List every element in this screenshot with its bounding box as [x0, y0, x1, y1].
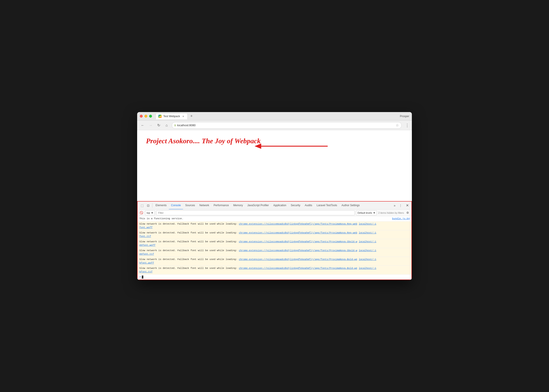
log-link[interactable]: chrome-extension://niloccemoadcdkdjlinkg…	[239, 231, 357, 234]
devtools-menu-button[interactable]: ⋮	[398, 203, 403, 209]
console-filter-input[interactable]	[156, 210, 354, 215]
tab-security[interactable]: Security	[289, 202, 303, 210]
menu-icon[interactable]: ⋮	[405, 123, 409, 128]
log-link[interactable]: chrome-extension://niloccemoadcdkdjlinkg…	[239, 223, 357, 225]
title-bar: W Test Webpack ✕ + Prosper	[137, 112, 412, 120]
devtools-tabs: ⬚ ⊡ Elements Console Sources Network Per…	[138, 202, 411, 210]
log-link[interactable]: localhost/:1	[359, 267, 376, 270]
tab-network[interactable]: Network	[197, 202, 211, 210]
forward-button[interactable]: →	[148, 122, 154, 128]
log-link[interactable]: chrome-extension://niloccemoadcdkdjlinkg…	[239, 240, 357, 243]
close-button[interactable]	[140, 115, 143, 118]
log-link[interactable]: chrome-extension://niloccemoadcdkdjlinkg…	[239, 267, 357, 270]
tab-performance[interactable]: Performance	[211, 202, 231, 210]
hidden-items-text: 2 items hidden by filters	[378, 211, 404, 214]
log-entry: Slow network is detected. Fallback font …	[138, 257, 411, 266]
devtools-close-button[interactable]: ✕	[404, 203, 410, 208]
tab-elements[interactable]: Elements	[153, 202, 169, 210]
log-entry: Slow network is detected. Fallback font …	[138, 222, 411, 230]
chevron-down-icon-level: ▼	[373, 211, 375, 214]
console-settings-button[interactable]: ⚙	[405, 210, 410, 215]
log-link[interactable]: chrome-extension://niloccemoadcdkdjlinkg…	[239, 249, 357, 252]
log-source[interactable]: bundle.js:84	[389, 217, 410, 221]
home-button[interactable]: ⌂	[164, 122, 169, 128]
url-bar[interactable]: ℹ localhost:8080 ☆	[172, 122, 402, 129]
tab-separator	[152, 203, 152, 208]
tab-console[interactable]: Console	[169, 202, 183, 210]
tab-title: Test Webpack	[163, 115, 180, 118]
tab-close-button[interactable]: ✕	[182, 115, 185, 118]
console-log-area: This is a functioning service. bundle.js…	[138, 216, 411, 280]
arrow-annotation	[246, 140, 330, 153]
security-icon: ℹ	[175, 124, 176, 127]
log-entry: Slow network is detected. Fallback font …	[138, 266, 411, 275]
devtools-right-controls: » ⋮ ✕	[392, 203, 410, 209]
tab-laravel[interactable]: Laravel TestTools	[314, 202, 339, 210]
mac-window: W Test Webpack ✕ + Prosper ← → ↻ ⌂ ℹ loc…	[137, 112, 412, 280]
console-input-line[interactable]: >	[138, 275, 411, 280]
log-link-suffix[interactable]: bfont.ttf	[139, 270, 152, 273]
console-context-selector[interactable]: top ▼	[145, 210, 155, 215]
page-content: Project Asokoro.... The Joy of Webpack	[137, 130, 412, 201]
log-text: This is a functioning service.	[139, 217, 389, 221]
log-link[interactable]: localhost/:1	[359, 240, 376, 243]
user-name: Prosper	[400, 115, 409, 118]
log-text: Slow network is detected. Fallback font …	[139, 249, 410, 256]
console-level-selector[interactable]: Default levels ▼	[356, 210, 377, 215]
log-link[interactable]: localhost/:1	[359, 231, 376, 234]
log-link[interactable]: localhost/:1	[359, 223, 376, 225]
log-text: Slow network is detected. Fallback font …	[139, 222, 410, 230]
console-cursor	[142, 275, 143, 279]
tab-audits[interactable]: Audits	[303, 202, 314, 210]
tab-author[interactable]: Author Settings	[339, 202, 362, 210]
log-entry: Slow network is detected. Fallback font …	[138, 248, 411, 257]
log-text: Slow network is detected. Fallback font …	[139, 231, 410, 238]
bookmark-icon[interactable]: ☆	[396, 123, 399, 127]
chevron-down-icon: ▼	[151, 211, 153, 214]
active-tab[interactable]: W Test Webpack ✕	[155, 113, 188, 119]
log-link-suffix[interactable]: ebfont.woff	[139, 244, 155, 246]
log-entry: Slow network is detected. Fallback font …	[138, 230, 411, 239]
arrow-svg	[246, 140, 330, 153]
log-link-suffix[interactable]: bfont.woff	[139, 262, 154, 264]
inspect-element-button[interactable]: ⬚	[139, 203, 145, 209]
back-button[interactable]: ←	[140, 122, 146, 128]
console-clear-button[interactable]: 🚫	[139, 210, 144, 215]
log-link-suffix[interactable]: font.woff	[139, 226, 152, 229]
svg-marker-1	[254, 144, 261, 149]
tab-application[interactable]: Application	[271, 202, 289, 210]
traffic-lights	[140, 115, 152, 118]
devtools-panel: ⬚ ⊡ Elements Console Sources Network Per…	[137, 201, 412, 280]
log-entry: This is a functioning service. bundle.js…	[138, 216, 411, 222]
address-bar: ← → ↻ ⌂ ℹ localhost:8080 ☆ ⋮	[137, 120, 412, 130]
tab-js-profiler[interactable]: JavaScript Profiler	[245, 202, 271, 210]
log-text: Slow network is detected. Fallback font …	[139, 258, 410, 265]
console-context-value: top	[147, 211, 150, 214]
tab-sources[interactable]: Sources	[183, 202, 197, 210]
minimize-button[interactable]	[144, 115, 147, 118]
log-link[interactable]: localhost/:1	[359, 249, 376, 252]
new-tab-button[interactable]: +	[189, 113, 194, 119]
log-entry: Slow network is detected. Fallback font …	[138, 239, 411, 248]
reload-button[interactable]: ↻	[156, 122, 162, 128]
log-text: Slow network is detected. Fallback font …	[139, 240, 410, 247]
log-link[interactable]: localhost/:1	[359, 258, 376, 261]
tab-bar: W Test Webpack ✕ +	[155, 113, 194, 119]
log-text: Slow network is detected. Fallback font …	[139, 266, 410, 274]
console-toolbar: 🚫 top ▼ Default levels ▼ 2 items hidden …	[138, 210, 411, 216]
log-link-suffix[interactable]: ebfont.ttf	[139, 253, 154, 255]
tab-favicon: W	[158, 115, 162, 118]
device-toolbar-button[interactable]: ⊡	[145, 203, 151, 209]
console-prompt: >	[139, 275, 141, 279]
maximize-button[interactable]	[149, 115, 152, 118]
log-link[interactable]: chrome-extension://niloccemoadcdkdjlinkg…	[239, 258, 357, 261]
log-link-suffix[interactable]: font.ttf	[139, 235, 151, 238]
more-tabs-button[interactable]: »	[392, 203, 397, 209]
url-text: localhost:8080	[177, 124, 394, 127]
console-level-value: Default levels	[358, 211, 372, 214]
tab-memory[interactable]: Memory	[231, 202, 245, 210]
